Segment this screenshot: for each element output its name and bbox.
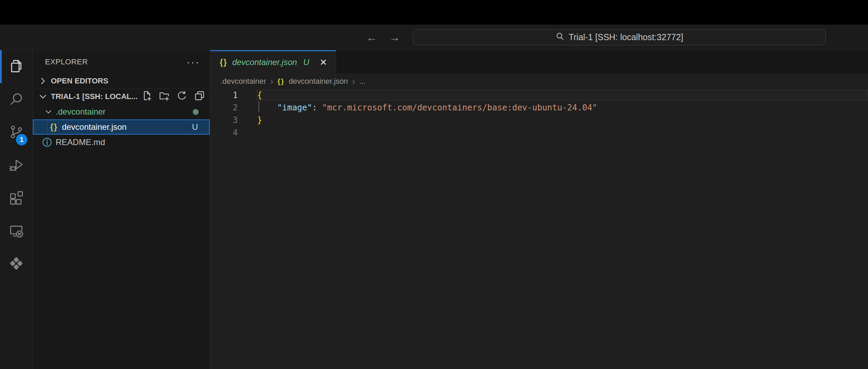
tab-bar: {} devcontainer.json U ✕ [210,50,868,73]
code-line-4: 4 [210,126,868,139]
breadcrumb: .devcontainer › {} devcontainer.json › .… [210,73,868,89]
window-title: Trial-1 [SSH: localhost:32772] [569,32,683,42]
chevron-down-icon [38,91,48,102]
activity-azure[interactable] [0,248,33,280]
open-editors-header[interactable]: OPEN EDITORS [33,73,210,89]
line-number: 4 [210,126,238,139]
activity-search[interactable] [0,83,33,116]
new-file-button[interactable] [141,90,152,103]
git-modified-dot-badge [193,109,199,115]
new-folder-button[interactable] [159,90,170,103]
activity-extensions[interactable] [0,182,33,215]
code-text: { [238,89,262,101]
macos-menubar-strip [0,0,868,25]
forward-button[interactable]: → [389,32,400,43]
collapse-folders-button[interactable] [194,90,205,103]
chevron-separator: › [270,77,273,86]
workbench: 1 [0,50,868,369]
tab-git-badge: U [303,57,309,67]
file-tree: .devcontainer {} devcontainer.json U [33,104,210,150]
json-file-icon: {} [278,77,284,86]
breadcrumb-file[interactable]: devcontainer.json [289,77,348,86]
tab-label: devcontainer.json [232,57,297,67]
code-line-3: 3 } [210,114,868,126]
explorer-actions [141,90,210,103]
sidebar-title: EXPLORER [45,57,88,66]
line-number: 1 [210,89,238,101]
code-text: } [238,114,262,126]
indent-guide [47,119,48,135]
remote-monitor-icon [8,223,24,240]
tree-item-devcontainer-folder[interactable]: .devcontainer [33,104,210,119]
code-text: "image": "mcr.microsoft.com/devcontainer… [238,101,597,114]
info-icon [42,137,52,147]
debug-icon [8,157,24,174]
open-editors-label: OPEN EDITORS [51,76,108,86]
git-untracked-badge: U [192,122,198,132]
chevron-right-icon [38,76,48,86]
code-editor[interactable]: 1 { 2 "image": "mcr.microsoft.com/devcon… [210,89,868,369]
activity-remote-explorer[interactable] [0,215,33,248]
editor-group: {} devcontainer.json U ✕ .devcontainer ›… [210,50,868,369]
history-navigation: ← → [366,25,400,50]
tree-item-devcontainer-json[interactable]: {} devcontainer.json U [33,119,210,135]
refresh-button[interactable] [177,90,187,103]
more-actions-button[interactable]: ··· [187,59,200,64]
json-file-icon: {} [220,58,227,67]
file-label: devcontainer.json [62,122,127,132]
line-number: 2 [210,101,238,114]
close-tab-button[interactable]: ✕ [319,57,327,68]
source-control-badge: 1 [16,134,27,145]
explorer-sidebar: EXPLORER ··· OPEN EDITORS TRIAL-1 [SSH: … [33,50,210,369]
sidebar-title-row: EXPLORER ··· [33,50,210,73]
tab-devcontainer-json[interactable]: {} devcontainer.json U ✕ [210,50,336,73]
extensions-icon [8,190,24,207]
activity-explorer[interactable] [0,50,33,83]
line-number: 3 [210,114,238,126]
files-icon [8,58,24,75]
tree-item-readme[interactable]: README.md [33,135,210,150]
chevron-separator: › [352,77,355,86]
titlebar: ← → Trial-1 [SSH: localhost:32772] [0,25,868,50]
folder-label: .devcontainer [56,107,106,117]
readme-label: README.md [56,137,105,147]
json-file-icon: {} [50,123,58,132]
vscode-window: ← → Trial-1 [SSH: localhost:32772] [0,0,868,369]
breadcrumb-folder[interactable]: .devcontainer [220,77,266,86]
activity-source-control[interactable]: 1 [0,116,33,149]
workspace-label: TRIAL-1 [SSH: LOCAL... [51,92,138,101]
workspace-header[interactable]: TRIAL-1 [SSH: LOCAL... [33,89,210,104]
code-line-1: 1 { [210,89,868,101]
chevron-down-icon [44,107,53,116]
activity-run-debug[interactable] [0,149,33,182]
code-text [238,126,257,139]
search-icon [8,91,24,108]
back-button[interactable]: ← [366,32,377,43]
code-line-2: 2 "image": "mcr.microsoft.com/devcontain… [210,101,868,114]
search-icon [555,32,564,43]
command-center[interactable]: Trial-1 [SSH: localhost:32772] [413,29,826,45]
breadcrumb-symbol-ellipsis[interactable]: ... [359,77,365,86]
activity-bar: 1 [0,50,33,369]
diamond-grid-icon [8,255,24,273]
